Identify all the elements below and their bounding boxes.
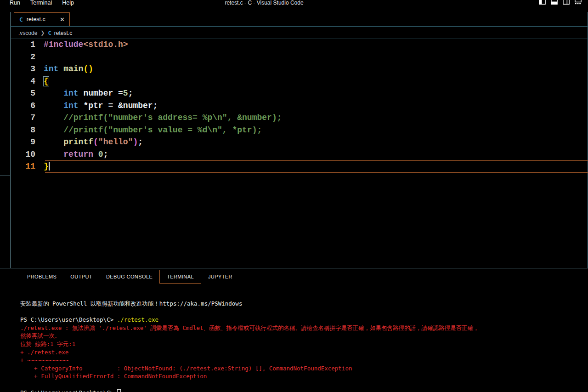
terminal-text: 位於 線路:1 字元:1 (20, 341, 75, 347)
chevron-right-icon: ❯ (40, 30, 45, 36)
terminal-text: + ~~~~~~~~~~~~ (20, 357, 68, 364)
code-line: 8 //printf("number's value = %d\n", *ptr… (14, 124, 588, 136)
code-token: <stdio.h> (83, 40, 128, 49)
toggle-secondary-sidebar-icon[interactable] (563, 0, 570, 5)
line-number: 4 (14, 75, 44, 88)
terminal-text: + ./retest.exe (20, 349, 68, 356)
panel-tab-debug-console[interactable]: DEBUG CONSOLE (99, 270, 159, 283)
code-token: main (63, 64, 83, 74)
line-number: 3 (14, 63, 44, 75)
code-token: "hello" (98, 137, 133, 147)
code-token: ; (103, 150, 108, 159)
code-line: 4{ (14, 75, 588, 88)
code-text: int main() (44, 63, 93, 75)
editor-panel-separator[interactable] (0, 268, 588, 268)
terminal-output[interactable]: 安裝最新的 PowerShell 以取得新功能和改進功能！https://aka… (20, 300, 585, 392)
code-line: 9 printf("hello"); (14, 136, 588, 148)
c-language-icon: C (48, 30, 51, 36)
code-token: 5 (123, 89, 128, 98)
terminal-line: 位於 線路:1 字元:1 (20, 340, 585, 348)
code-token: //printf("number's value = %d\n", *ptr); (44, 125, 262, 135)
panel-tab-output[interactable]: OUTPUT (63, 270, 99, 283)
breadcrumb: .vscode ❯ C retest.c (18, 27, 72, 39)
code-token: { (44, 77, 49, 86)
layout-controls (539, 0, 582, 5)
code-line: 3int main() (14, 63, 588, 75)
panel-tab-bar: PROBLEMSOUTPUTDEBUG CONSOLETERMINALJUPYT… (20, 269, 239, 284)
code-token (44, 137, 63, 147)
code-token: int (63, 89, 78, 98)
left-strip-divider (0, 176, 10, 176)
terminal-text: + FullyQualifiedErrorId : CommandNotFoun… (20, 373, 207, 380)
terminal-line: PS C:\Users\user\Desktop\C> ./retest.exe (20, 316, 585, 324)
code-token: ; (128, 89, 133, 98)
code-line: 6 int *ptr = &number; (14, 100, 588, 112)
code-text: //printf("number's address= %p\n", &numb… (44, 112, 282, 124)
line-number: 10 (14, 148, 44, 161)
menu-item-run[interactable]: Run (5, 0, 25, 6)
code-text: int *ptr = &number; (44, 100, 158, 112)
code-text: return 0; (44, 148, 108, 161)
code-token: } (44, 162, 49, 171)
c-language-icon: C (19, 16, 23, 23)
terminal-text: PS C:\Users\user\Desktop\C> (20, 316, 117, 323)
code-token (93, 150, 98, 159)
terminal-text: + CategoryInfo : ObjectNotFound: (./rete… (20, 365, 352, 372)
code-token: return (63, 150, 93, 159)
code-token (58, 64, 63, 74)
terminal-text: ./retest.exe : 無法辨識 './retest.exe' 詞彙是否為… (20, 324, 479, 331)
current-line-highlight (45, 160, 588, 173)
terminal-text: PS C:\Users\user\Desktop\C> (20, 389, 117, 392)
terminal-line: PS C:\Users\user\Desktop\C> (20, 389, 585, 392)
tab-label: retest.c (27, 16, 60, 23)
line-number: 2 (14, 51, 44, 63)
code-token: number = (79, 89, 123, 98)
code-token: ( (93, 137, 98, 147)
menu-bar: RunTerminalHelp (5, 0, 79, 6)
breadcrumb-folder[interactable]: .vscode (18, 30, 37, 36)
line-number: 11 (14, 160, 44, 173)
panel-tab-terminal[interactable]: TERMINAL (159, 270, 201, 284)
code-line: 10 return 0; (14, 148, 588, 161)
code-line: 7 //printf("number's address= %p\n", &nu… (14, 112, 588, 124)
line-number: 9 (14, 136, 44, 148)
code-token: () (83, 64, 93, 74)
line-number: 6 (14, 100, 44, 112)
code-text: int number =5; (44, 87, 133, 100)
code-text: } (44, 160, 50, 173)
terminal-text: 安裝最新的 PowerShell 以取得新功能和改進功能！https://aka… (20, 300, 242, 307)
line-number: 8 (14, 124, 44, 136)
code-editor[interactable]: 1#include<stdio.h>23int main()4{5 int nu… (14, 39, 588, 267)
window-title: retest.c - C - Visual Studio Code (209, 0, 319, 6)
panel-tab-jupyter[interactable]: JUPYTER (201, 270, 239, 283)
tabbar-bottom-border (10, 26, 588, 27)
panel-tab-problems[interactable]: PROBLEMS (20, 270, 63, 283)
code-token: printf (63, 137, 93, 147)
code-token: #include (44, 40, 83, 49)
code-token: int (44, 64, 58, 74)
code-token: ) (133, 137, 138, 147)
tab-retest-c[interactable]: C retest.c ✕ (14, 12, 70, 26)
title-bar: RunTerminalHelp retest.c - C - Visual St… (0, 0, 588, 6)
toggle-primary-sidebar-icon[interactable] (539, 0, 546, 5)
terminal-line: + ./retest.exe (20, 348, 585, 357)
code-token (44, 150, 63, 159)
code-token: ; (138, 137, 143, 147)
terminal-cursor (117, 389, 121, 392)
terminal-line: + FullyQualifiedErrorId : CommandNotFoun… (20, 372, 585, 381)
menu-item-terminal[interactable]: Terminal (25, 0, 57, 6)
toggle-panel-icon[interactable] (551, 0, 558, 5)
terminal-line: 然後再試一次。 (20, 332, 585, 340)
line-number: 5 (14, 87, 44, 100)
breadcrumb-file[interactable]: retest.c (54, 30, 72, 36)
terminal-line: 安裝最新的 PowerShell 以取得新功能和改進功能！https://aka… (20, 300, 585, 308)
menu-item-help[interactable]: Help (57, 0, 79, 6)
terminal-text: 然後再試一次。 (20, 332, 61, 339)
close-icon[interactable]: ✕ (60, 16, 65, 23)
terminal-line: ./retest.exe : 無法辨識 './retest.exe' 詞彙是否為… (20, 324, 585, 332)
code-token: //printf("number's address= %p\n", &numb… (44, 113, 282, 122)
code-token: 0 (98, 150, 103, 159)
customize-layout-icon[interactable] (575, 0, 582, 5)
code-text: //printf("number's value = %d\n", *ptr); (44, 124, 262, 136)
code-text: #include<stdio.h> (44, 39, 128, 51)
